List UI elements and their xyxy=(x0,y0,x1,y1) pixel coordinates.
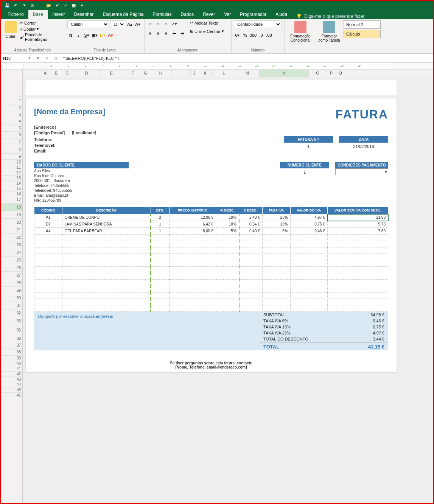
row-header-26[interactable]: 26 xyxy=(1,264,22,272)
tab-formulas[interactable]: Fórmulas xyxy=(148,10,176,19)
spell-icon[interactable]: ✔ xyxy=(54,2,60,8)
row-header-19[interactable]: 19 xyxy=(1,211,22,219)
align-center-icon[interactable]: ≡ xyxy=(155,30,162,37)
table-icon[interactable]: ▦ xyxy=(71,2,77,8)
row-header-40[interactable]: 40 xyxy=(1,361,22,366)
grow-font-icon[interactable]: A▴ xyxy=(126,21,133,28)
col-header-M[interactable]: M xyxy=(235,70,260,77)
more-icon[interactable]: ▾ xyxy=(79,2,85,8)
row-headers[interactable]: 1234567891011121314151617181920212223242… xyxy=(1,70,23,504)
row-header-12[interactable]: 12 xyxy=(1,170,22,176)
row-header-18[interactable]: 18 xyxy=(1,204,22,211)
fill-color-button[interactable]: ◧▾ xyxy=(99,32,106,39)
col-header-G[interactable]: G xyxy=(142,70,149,77)
row-header-14[interactable]: 14 xyxy=(1,181,22,186)
row-header-7[interactable]: 7 xyxy=(1,138,22,145)
tab-ajuda[interactable]: Ajuda xyxy=(271,10,292,19)
align-bottom-icon[interactable]: ≡ xyxy=(163,20,170,27)
table-row[interactable]: A1CREME DE CORPO212,00 €10%2,40 €23%4,97… xyxy=(34,214,388,221)
col-header-N[interactable]: N xyxy=(260,70,309,77)
col-header-F[interactable]: F xyxy=(123,70,142,77)
row-header-37[interactable]: 37 xyxy=(1,342,22,349)
row-header-11[interactable]: 11 xyxy=(1,165,22,170)
style-calculo[interactable]: Cálculo xyxy=(344,30,381,38)
row-header-3[interactable]: 3 xyxy=(1,111,22,118)
tab-desenhar[interactable]: Desenhar xyxy=(69,10,98,19)
cut-button[interactable]: ✂Cortar xyxy=(20,20,62,25)
row-header-2[interactable]: 2 xyxy=(1,104,22,111)
row-header-46[interactable]: 46 xyxy=(1,393,22,398)
col-header-C[interactable]: C xyxy=(61,70,73,77)
shrink-font-icon[interactable]: A▾ xyxy=(134,21,141,28)
row-header-42[interactable]: 42 xyxy=(1,372,22,377)
col-header-L[interactable]: L xyxy=(213,70,235,77)
row-header-29[interactable]: 29 xyxy=(1,287,22,294)
align-mid-icon[interactable]: ≡ xyxy=(155,20,162,27)
row-header-8[interactable]: 8 xyxy=(1,145,22,154)
underline-button[interactable]: S▾ xyxy=(83,32,90,39)
percent-icon[interactable]: % xyxy=(242,32,249,39)
row-header-41[interactable]: 41 xyxy=(1,366,22,372)
col-header-K[interactable]: K xyxy=(198,70,213,77)
row-header-23[interactable]: 23 xyxy=(1,241,22,249)
format-as-table-button[interactable]: Formatar como Tabela xyxy=(316,20,343,47)
accept-fx-icon[interactable]: ✓ xyxy=(42,56,51,61)
font-size-select[interactable]: 10 xyxy=(110,20,125,28)
save-icon[interactable]: 💾 xyxy=(4,2,10,8)
col-header-D[interactable]: D xyxy=(73,70,100,77)
col-header-O[interactable]: O xyxy=(309,70,327,77)
row-header-20[interactable]: 20 xyxy=(1,219,22,226)
align-left-icon[interactable]: ≡ xyxy=(147,30,154,37)
italic-button[interactable]: I xyxy=(75,32,82,39)
copy-button[interactable]: ⎘Copiar▾ xyxy=(20,26,62,31)
table-row[interactable] xyxy=(34,280,388,286)
row-header-4[interactable]: 4 xyxy=(1,118,22,125)
check-icon[interactable]: ✓ xyxy=(62,2,68,8)
number-format-select[interactable]: Contabilidade xyxy=(234,20,282,28)
row-header-22[interactable]: 22 xyxy=(1,234,22,241)
row-header-33[interactable]: 33 xyxy=(1,317,22,325)
col-header-B[interactable]: B xyxy=(51,70,61,77)
row-header-45[interactable]: 45 xyxy=(1,387,22,393)
col-header-H[interactable]: H xyxy=(149,70,172,77)
col-header-Q[interactable]: Q xyxy=(336,70,345,77)
row-header-21[interactable]: 21 xyxy=(1,226,22,234)
row-header-10[interactable]: 10 xyxy=(1,160,22,165)
conditional-format-button[interactable]: Formatação Condicional xyxy=(287,20,314,47)
table-row[interactable] xyxy=(34,305,388,312)
bold-button[interactable]: N xyxy=(67,32,74,39)
table-row[interactable]: A4GEL PARA BARBEAR18,00 €5%0,40 €6%0,46 … xyxy=(34,228,388,235)
tab-inserir[interactable]: Inserir xyxy=(48,10,69,19)
open-icon[interactable]: 📂 xyxy=(46,2,52,8)
row-header-16[interactable]: 16 xyxy=(1,191,22,196)
row-header-39[interactable]: 39 xyxy=(1,356,22,361)
col-header-J[interactable]: J xyxy=(191,70,198,77)
touch-icon[interactable]: ⎚ xyxy=(29,2,35,8)
row-header-35[interactable]: 35 xyxy=(1,325,22,335)
tab-base[interactable]: Base xyxy=(28,10,48,19)
row-header-1[interactable]: 1 xyxy=(1,92,22,104)
row-header-17[interactable]: 17 xyxy=(1,196,22,204)
name-box[interactable]: N18▾ xyxy=(1,56,33,61)
row-header-44[interactable]: 44 xyxy=(1,382,22,387)
row-header-9[interactable]: 9 xyxy=(1,154,22,160)
col-header-A[interactable]: A xyxy=(39,70,51,77)
font-name-select[interactable]: Calibri xyxy=(67,20,109,28)
align-top-icon[interactable]: ≡ xyxy=(147,20,154,27)
col-header-[interactable] xyxy=(23,70,39,77)
col-header-I[interactable]: I xyxy=(172,70,191,77)
row-header-36[interactable]: 36 xyxy=(1,335,22,342)
col-header-E[interactable]: E xyxy=(100,70,123,77)
merge-center-button[interactable]: ⊞Unir e Centrar▾ xyxy=(190,29,224,34)
table-row[interactable] xyxy=(34,260,388,267)
fx-icon[interactable]: fx xyxy=(51,56,61,61)
new-icon[interactable]: ▫ xyxy=(37,2,44,8)
table-row[interactable]: D7LAMINAS PARA SENHORA16,42 €10%0,64 €13… xyxy=(34,221,388,228)
table-row[interactable] xyxy=(34,241,388,247)
border-button[interactable]: ▦▾ xyxy=(91,32,98,39)
col-header-P[interactable]: P xyxy=(327,70,336,77)
table-row[interactable] xyxy=(34,286,388,292)
comma-icon[interactable]: 000 xyxy=(250,32,257,39)
row-header-28[interactable]: 28 xyxy=(1,279,22,287)
row-header-27[interactable]: 27 xyxy=(1,272,22,279)
